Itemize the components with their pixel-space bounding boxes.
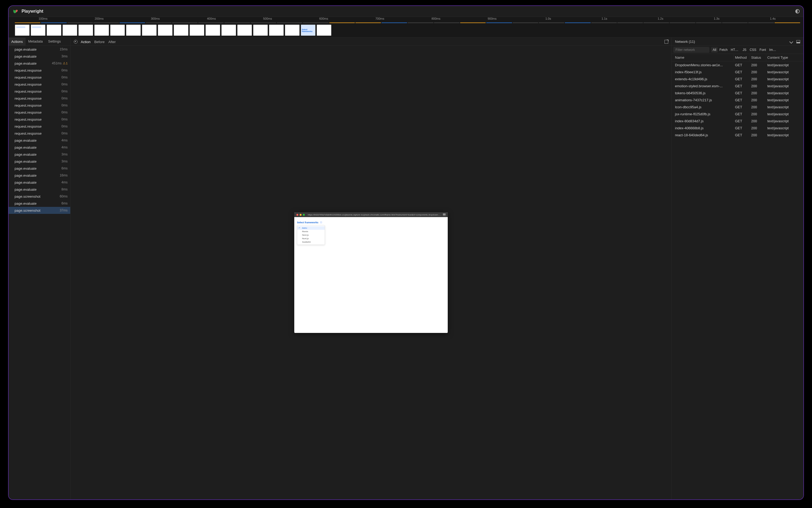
timeline-thumbnail[interactable] bbox=[78, 25, 93, 36]
timeline-thumbnail[interactable] bbox=[110, 25, 125, 36]
network-filter-js[interactable]: JS bbox=[741, 47, 748, 52]
timeline-thumbnail[interactable] bbox=[285, 25, 300, 36]
panel-tab-actions[interactable]: Actions bbox=[9, 38, 26, 45]
network-filter-css[interactable]: CSS bbox=[748, 47, 758, 52]
action-row[interactable]: request.response0ms bbox=[9, 102, 70, 109]
action-duration: 0ms bbox=[61, 131, 67, 135]
timeline-thumbnail[interactable] bbox=[15, 25, 30, 36]
network-table: Name Method Status Content Type Dropdown… bbox=[672, 54, 803, 499]
action-row[interactable]: page.evaluate4ms bbox=[9, 137, 70, 144]
col-status[interactable]: Status bbox=[750, 54, 766, 61]
network-row[interactable]: extends-4c19d496.jsGET200text/javascript bbox=[672, 75, 803, 82]
theme-toggle-icon[interactable] bbox=[795, 9, 800, 13]
action-row[interactable]: page.screenshot60ms bbox=[9, 193, 70, 200]
action-name: request.response bbox=[14, 75, 61, 80]
chevron-down-icon[interactable] bbox=[790, 40, 793, 43]
network-filter-all[interactable]: All bbox=[711, 47, 718, 52]
action-row[interactable]: request.response0ms bbox=[9, 123, 70, 130]
traffic-light-close-icon bbox=[297, 214, 298, 216]
network-header: Network (11) bbox=[672, 38, 803, 46]
network-row[interactable]: index-406668b8.jsGET200text/javascript bbox=[672, 124, 803, 131]
timeline-thumbnail[interactable] bbox=[221, 25, 236, 36]
timeline-thumbnail[interactable] bbox=[126, 25, 141, 36]
network-filter-font[interactable]: Font bbox=[758, 47, 768, 52]
timeline-thumbnail[interactable] bbox=[94, 25, 109, 36]
preview-tab-before[interactable]: Before bbox=[94, 40, 104, 44]
network-filter-input[interactable] bbox=[673, 47, 710, 53]
action-row[interactable]: request.response0ms bbox=[9, 88, 70, 95]
timeline-tick: 100ms bbox=[15, 17, 71, 23]
action-row[interactable]: request.response0ms bbox=[9, 81, 70, 88]
network-row[interactable]: jsx-runtime-f025d0fb.jsGET200text/javasc… bbox=[672, 111, 803, 118]
action-row[interactable]: page.screenshot37ms bbox=[9, 207, 70, 214]
action-row[interactable]: page.evaluate16ms bbox=[9, 172, 70, 179]
network-filter-html[interactable]: HTML bbox=[729, 47, 741, 52]
network-cell-method: GET bbox=[734, 126, 750, 130]
col-type[interactable]: Content Type bbox=[766, 54, 801, 61]
network-cell-name: Icon-dbcc95a4.js bbox=[674, 105, 734, 109]
dropdown-item: SvelteKit bbox=[297, 240, 325, 244]
locator-target-icon[interactable] bbox=[74, 40, 78, 44]
action-row[interactable]: page.evaluate8ms bbox=[9, 186, 70, 193]
action-row[interactable]: request.response0ms bbox=[9, 116, 70, 123]
action-row[interactable]: page.evaluate4ms bbox=[9, 179, 70, 186]
timeline-thumbnail[interactable] bbox=[269, 25, 284, 36]
action-row[interactable]: page.evaluate15ms bbox=[9, 46, 70, 53]
timeline-thumbnail[interactable] bbox=[253, 25, 268, 36]
action-row[interactable]: page.evaluate4ms bbox=[9, 144, 70, 151]
panel-tab-metadata[interactable]: Metadata bbox=[26, 38, 45, 45]
action-row[interactable]: page.evaluate6ms bbox=[9, 200, 70, 207]
timeline-thumbnail[interactable] bbox=[317, 25, 331, 36]
network-row[interactable]: tokens-b6450536.jsGET200text/javascript bbox=[672, 89, 803, 96]
timeline-thumbnail[interactable] bbox=[142, 25, 157, 36]
network-cell-type: text/javascript bbox=[766, 126, 801, 130]
preview-tab-after[interactable]: After bbox=[108, 40, 116, 44]
action-row[interactable]: page.evaluate451ms⚠1 bbox=[9, 60, 70, 67]
timeline-thumbnail[interactable] bbox=[62, 25, 77, 36]
timeline-thumbnail[interactable] bbox=[237, 25, 252, 36]
network-filter-fetch[interactable]: Fetch bbox=[718, 47, 729, 52]
dropdown-item: Remix bbox=[297, 230, 325, 233]
action-row[interactable]: page.evaluate3ms bbox=[9, 53, 70, 60]
action-row[interactable]: request.response0ms bbox=[9, 67, 70, 74]
action-row[interactable]: request.response0ms bbox=[9, 74, 70, 81]
col-name[interactable]: Name bbox=[674, 54, 734, 61]
network-cell-method: GET bbox=[734, 105, 750, 109]
network-row[interactable]: index-f5bee13f.jsGET200text/javascript bbox=[672, 69, 803, 75]
timeline-thumbnail[interactable] bbox=[206, 25, 220, 36]
dropdown-item: Astro bbox=[297, 226, 325, 230]
network-row[interactable]: animations-7437c217.jsGET200text/javascr… bbox=[672, 96, 803, 103]
network-filter-image[interactable]: Image bbox=[768, 47, 779, 52]
timeline-thumbnail[interactable] bbox=[158, 25, 173, 36]
panel-tab-settings[interactable]: Settings bbox=[45, 38, 63, 45]
network-row[interactable]: emotion-styled.browser.esm-...GET200text… bbox=[672, 82, 803, 89]
timeline-thumbnail[interactable] bbox=[47, 25, 61, 36]
action-row[interactable]: page.evaluate6ms bbox=[9, 165, 70, 172]
timeline-thumbnail[interactable] bbox=[301, 25, 316, 36]
warning-count: 1 bbox=[66, 62, 67, 65]
action-duration: 451ms bbox=[52, 61, 62, 65]
network-cell-method: GET bbox=[734, 70, 750, 74]
network-row[interactable]: react-18-640ded64.jsGET200text/javascrip… bbox=[672, 131, 803, 138]
preview-tab-action[interactable]: Action bbox=[81, 40, 90, 44]
network-cell-name: jsx-runtime-f025d0fb.js bbox=[674, 112, 734, 116]
action-row[interactable]: request.response0ms bbox=[9, 109, 70, 116]
popout-icon[interactable] bbox=[665, 40, 668, 44]
network-cell-type: text/javascript bbox=[766, 77, 801, 81]
action-row[interactable]: request.response0ms bbox=[9, 130, 70, 137]
timeline-strip[interactable]: 100ms200ms300ms400ms500ms600ms700ms800ms… bbox=[9, 17, 803, 38]
action-row[interactable]: page.evaluate3ms bbox=[9, 151, 70, 158]
action-row[interactable]: request.response0ms bbox=[9, 95, 70, 102]
dock-bottom-icon[interactable] bbox=[797, 40, 800, 43]
action-name: page.evaluate bbox=[14, 47, 60, 51]
network-row[interactable]: Icon-dbcc95a4.jsGET200text/javascript bbox=[672, 103, 803, 111]
actions-list[interactable]: page.evaluate15mspage.evaluate3mspage.ev… bbox=[9, 46, 70, 499]
actions-panel-tabs: ActionsMetadataSettings bbox=[9, 38, 70, 46]
timeline-thumbnail[interactable] bbox=[174, 25, 188, 36]
timeline-thumbnail[interactable] bbox=[31, 25, 45, 36]
col-method[interactable]: Method bbox=[734, 54, 750, 61]
action-row[interactable]: page.evaluate3ms bbox=[9, 158, 70, 165]
timeline-thumbnail[interactable] bbox=[189, 25, 205, 36]
network-row[interactable]: index-80d834d7.jsGET200text/javascript bbox=[672, 118, 803, 124]
network-row[interactable]: DropdownMenu.stories-ae1e...GET200text/j… bbox=[672, 61, 803, 69]
